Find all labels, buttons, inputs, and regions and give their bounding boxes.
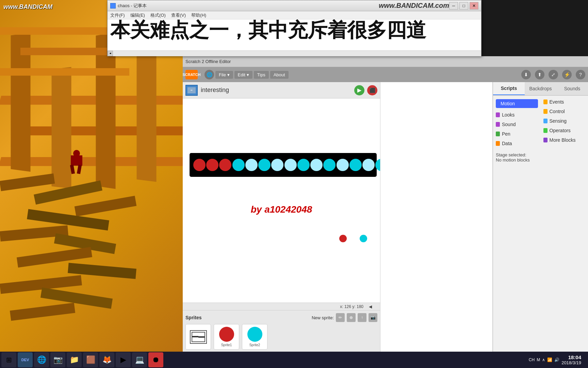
upload-icon[interactable]: ⬆: [535, 70, 544, 79]
menu-format[interactable]: 格式(O): [150, 12, 166, 18]
tab-sounds[interactable]: Sounds: [556, 82, 588, 95]
sprite-1-icon: [219, 327, 234, 342]
about-menu[interactable]: About: [270, 71, 289, 79]
scratch-logo-image: SCRATCH: [185, 70, 198, 79]
start-button[interactable]: ⊞: [1, 352, 16, 367]
taskbar-dev[interactable]: DEV: [18, 352, 33, 367]
menu-edit[interactable]: 编辑(E): [130, 12, 145, 18]
scratch-editor: Scratch 2 Offline Editor SCRATCH 🌐 File …: [183, 56, 588, 354]
download-icon[interactable]: ⬇: [521, 70, 531, 79]
circle-cyan-1: [232, 159, 245, 171]
restore-button[interactable]: □: [459, 2, 468, 10]
turbo-icon[interactable]: ⚡: [562, 70, 572, 79]
taskbar-photo[interactable]: 📷: [50, 352, 65, 367]
circle-4c: [362, 159, 375, 171]
circle-red-3: [219, 159, 231, 171]
stage-sprite-icon: [190, 330, 207, 344]
file-menu[interactable]: File ▾: [215, 71, 233, 79]
new-sprite-paint[interactable]: ✏: [336, 313, 345, 322]
minimize-button[interactable]: ─: [449, 2, 458, 10]
new-sprite-camera[interactable]: 📷: [369, 313, 377, 322]
circle-group-2: [232, 159, 283, 171]
sprite-2-icon: [247, 327, 262, 342]
cat-more-blocks-label: More Blocks: [550, 137, 576, 143]
scroll-left-arrow[interactable]: ◄: [108, 51, 113, 56]
stage-dot-red: [339, 235, 347, 242]
circle-white-2: [271, 159, 283, 171]
scratch-logo: SCRATCH: [185, 70, 199, 79]
circle-group-3: [284, 159, 336, 171]
cat-control[interactable]: Control: [541, 107, 588, 116]
new-sprite-upload[interactable]: ↑: [358, 313, 366, 322]
stage-name-input[interactable]: [200, 86, 354, 94]
circle-4a: [337, 159, 349, 171]
taskbar-record[interactable]: ⏺: [148, 352, 163, 367]
circle-3c: [310, 159, 323, 171]
scroll-track[interactable]: [113, 51, 481, 56]
cat-looks[interactable]: Looks: [493, 110, 541, 120]
game-character: [68, 150, 85, 174]
stop-button[interactable]: ⬛: [367, 85, 377, 95]
taskbar-folder[interactable]: 📁: [67, 352, 82, 367]
cat-sound[interactable]: Sound: [493, 120, 541, 129]
circle-4d: [375, 159, 380, 171]
sprites-header: Sprites New sprite: ✏ ⊕ ↑ 📷: [185, 313, 377, 322]
cat-motion-label: Motion: [496, 99, 538, 108]
cat-events[interactable]: Events: [541, 97, 588, 107]
block-categories: Motion Looks Sound: [493, 96, 588, 354]
globe-icon[interactable]: 🌐: [205, 70, 214, 79]
clock-time: 18:04: [561, 354, 581, 360]
taskbar-firefox[interactable]: 🦊: [99, 352, 114, 367]
cat-operators[interactable]: Operators: [541, 126, 588, 135]
cat-more-blocks[interactable]: More Blocks: [541, 135, 588, 145]
close-button[interactable]: ✕: [470, 2, 478, 10]
notepad-content: 本关难点之一，其中充斥着很多四道: [108, 19, 481, 41]
cat-operators-color: [543, 128, 548, 133]
cat-more-blocks-color: [543, 138, 548, 142]
coords-text: x: 126 y: 180: [340, 304, 363, 309]
fullscreen-icon[interactable]: ⤢: [549, 70, 558, 79]
menu-view[interactable]: 查看(V): [171, 12, 186, 18]
sprite-1-label: Sprite1: [221, 343, 232, 347]
edit-menu[interactable]: Edit ▾: [234, 71, 252, 79]
cat-data-color: [496, 141, 500, 146]
stage-sprite[interactable]: [185, 324, 211, 350]
tray-volume[interactable]: 🔊: [554, 357, 559, 362]
scratch-navbar: SCRATCH 🌐 File ▾ Edit ▾ Tips About ⬇ ⬆ ⤢…: [183, 67, 588, 82]
circle-cyan-2: [258, 159, 271, 171]
tray-network: 📶: [547, 357, 552, 362]
notepad-scrollbar[interactable]: ◄: [108, 50, 481, 56]
notepad-menubar: 文件(F) 编辑(E) 格式(O) 查看(V) 帮助(H): [108, 11, 481, 19]
taskbar-chrome[interactable]: 🌐: [34, 352, 49, 367]
tab-scripts[interactable]: Scripts: [493, 82, 525, 95]
taskbar-minecraft[interactable]: 🟫: [83, 352, 98, 367]
notepad-website: www.BANDICAM.com: [379, 2, 449, 10]
sprite-item-2[interactable]: Sprite2: [242, 324, 267, 350]
play-button[interactable]: ▶: [354, 85, 364, 95]
tips-menu[interactable]: Tips: [254, 71, 269, 79]
tab-backdrops[interactable]: Backdrops: [525, 82, 556, 95]
tray-up-arrow[interactable]: ∧: [542, 357, 545, 362]
cat-motion[interactable]: Motion: [493, 97, 541, 110]
notepad-window: chaos - 记事本 www.BANDICAM.com ─ □ ✕ 文件(F)…: [107, 0, 481, 56]
sprite-item-1[interactable]: Sprite1: [214, 324, 239, 350]
help-icon[interactable]: ?: [576, 70, 585, 79]
taskbar-media[interactable]: ▶: [116, 352, 131, 367]
new-sprite-stamp[interactable]: ⊕: [347, 313, 356, 322]
sprite-2-label: Sprite2: [249, 343, 260, 347]
blocks-panel: Scripts Backdrops Sounds Motion: [493, 82, 588, 354]
cat-pen[interactable]: Pen: [493, 129, 541, 139]
cat-sound-color: [496, 122, 500, 127]
stage-thumbnail: ▪▪: [185, 85, 198, 96]
menu-help[interactable]: 帮助(H): [191, 12, 206, 18]
circle-4b: [349, 159, 362, 171]
cat-sensing[interactable]: Sensing: [541, 116, 588, 126]
cat-data[interactable]: Data: [493, 139, 541, 148]
taskbar-clock: 18:04 2018/3/19: [561, 354, 584, 365]
cat-sensing-label: Sensing: [550, 118, 567, 124]
stage-canvas: by a10242048: [183, 98, 380, 303]
sprites-title: Sprites: [185, 315, 201, 320]
taskbar-computer[interactable]: 💻: [132, 352, 147, 367]
menu-file[interactable]: 文件(F): [110, 12, 125, 18]
new-sprite-controls: New sprite: ✏ ⊕ ↑ 📷: [312, 313, 377, 322]
